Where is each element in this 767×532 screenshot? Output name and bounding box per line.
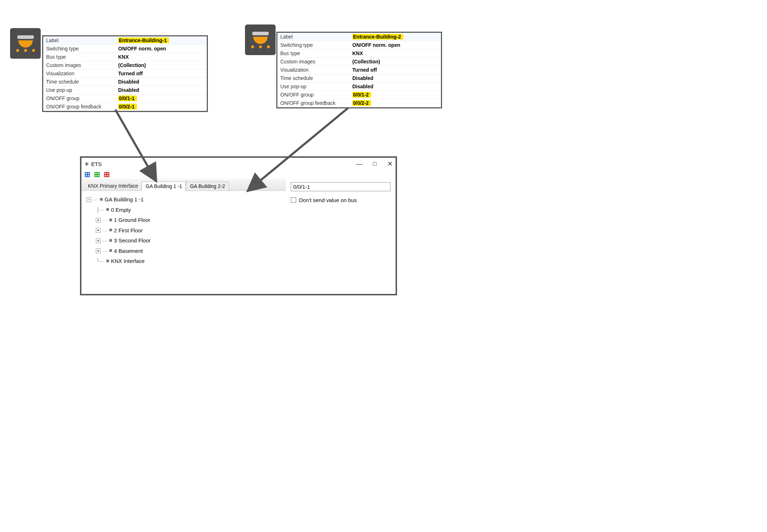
window-title: ETS bbox=[91, 161, 102, 167]
expand-icon[interactable]: + bbox=[96, 218, 101, 223]
prop-key: Label bbox=[43, 36, 115, 45]
group-address-input[interactable] bbox=[291, 182, 391, 191]
toolbar-icon[interactable]: ⊞ bbox=[94, 171, 100, 178]
table-row[interactable]: Custom images(Collection) bbox=[277, 58, 441, 66]
checkbox-box[interactable] bbox=[291, 197, 296, 203]
window-titlebar[interactable]: ✳ ETS — ☐ ✕ bbox=[81, 158, 396, 169]
toolbar-icon[interactable]: ⊞ bbox=[84, 171, 90, 178]
table-row[interactable]: Use pop-upDisabled bbox=[277, 82, 441, 91]
prop-val: Entrance-Building-1 bbox=[115, 36, 207, 45]
tab-prefix-label: KNX Primary Interface bbox=[84, 181, 142, 191]
table-row[interactable]: Use pop-upDisabled bbox=[43, 86, 207, 94]
tab-building-1[interactable]: GA Building 1 -1 bbox=[142, 182, 186, 191]
table-row[interactable]: Bus typeKNX bbox=[277, 49, 441, 58]
table-row[interactable]: VisualizationTurned off bbox=[277, 66, 441, 74]
tab-bar: KNX Primary Interface GA Building 1 -1 G… bbox=[81, 179, 286, 191]
tree-view[interactable]: −··· ⊞ GA Building 1 -1 ├···⊞ 0 Empty +·… bbox=[81, 191, 286, 270]
expand-icon[interactable]: + bbox=[96, 249, 101, 253]
table-row[interactable]: ON/OFF group feedback0/0/2-1 bbox=[43, 103, 207, 111]
close-button[interactable]: ✕ bbox=[387, 160, 393, 168]
table-row[interactable]: ON/OFF group0/0/1-2 bbox=[277, 91, 441, 99]
toolbar: ⊞ ⊞ ⊞ bbox=[81, 169, 396, 179]
table-row[interactable]: Bus typeKNX bbox=[43, 53, 207, 61]
tree-node[interactable]: +···⊞ 1 Ground Floor bbox=[86, 215, 281, 225]
table-row[interactable]: Switching typeON/OFF norm. open bbox=[43, 45, 207, 53]
tree-node[interactable]: +···⊞ 3 Second Floor bbox=[86, 236, 281, 246]
maximize-button[interactable]: ☐ bbox=[373, 161, 377, 167]
table-row[interactable]: Time scheduleDisabled bbox=[277, 74, 441, 82]
table-row[interactable]: ON/OFF group feedback0/0/2-2 bbox=[277, 99, 441, 107]
expand-icon[interactable]: + bbox=[96, 238, 101, 243]
tab-building-2[interactable]: GA Building 2-2 bbox=[186, 182, 229, 191]
table-row[interactable]: ON/OFF group0/0/1-1 bbox=[43, 94, 207, 103]
ets-window: ✳ ETS — ☐ ✕ ⊞ ⊞ ⊞ KNX Primary Interface … bbox=[80, 156, 397, 295]
table-row[interactable]: Switching typeON/OFF norm. open bbox=[277, 41, 441, 49]
light-icon bbox=[10, 28, 41, 59]
minimize-button[interactable]: — bbox=[356, 160, 362, 168]
table-row[interactable]: VisualizationTurned off bbox=[43, 70, 207, 78]
expand-icon[interactable]: + bbox=[96, 228, 101, 233]
tree-node[interactable]: ├···⊞ 0 Empty bbox=[86, 205, 281, 215]
property-panel-1: LabelEntrance-Building-1 Switching typeO… bbox=[42, 35, 208, 112]
table-row[interactable]: LabelEntrance-Building-1 bbox=[43, 36, 207, 45]
tree-root[interactable]: −··· ⊞ GA Building 1 -1 bbox=[86, 195, 281, 205]
toolbar-icon[interactable]: ⊞ bbox=[104, 171, 110, 178]
property-panel-2: LabelEntrance-Building-2 Switching typeO… bbox=[276, 32, 442, 108]
light-icon bbox=[245, 24, 276, 55]
table-row[interactable]: Time scheduleDisabled bbox=[43, 78, 207, 86]
tree-node[interactable]: └···⊞ KNX Interface bbox=[86, 256, 281, 267]
table-row[interactable]: Custom images(Collection) bbox=[43, 61, 207, 70]
tree-node[interactable]: +···⊞ 2 First Floor bbox=[86, 225, 281, 236]
checkbox-label: Don't send value on bus bbox=[299, 197, 357, 203]
tree-node[interactable]: +···⊞ 4 Basement bbox=[86, 246, 281, 256]
gear-icon: ✳ bbox=[84, 161, 89, 167]
dont-send-checkbox[interactable]: Don't send value on bus bbox=[291, 197, 391, 203]
table-row[interactable]: LabelEntrance-Building-2 bbox=[277, 33, 441, 41]
collapse-icon[interactable]: − bbox=[86, 197, 91, 202]
